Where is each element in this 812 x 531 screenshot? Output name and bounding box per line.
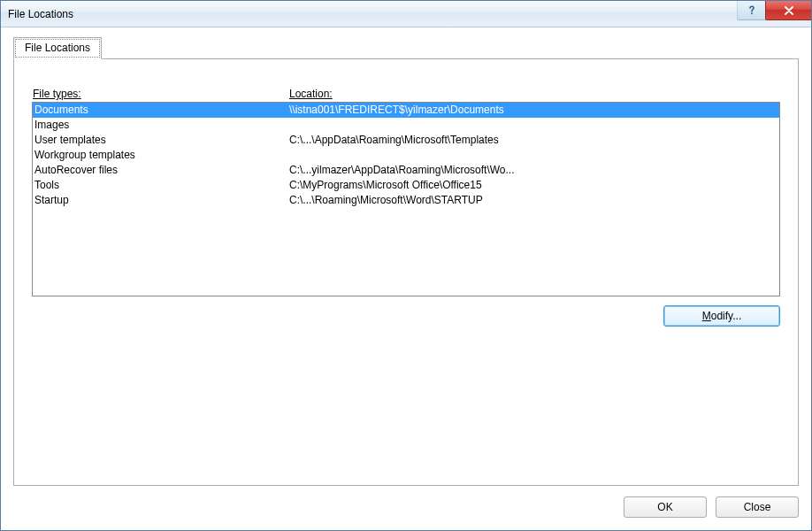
- window-title: File Locations: [8, 8, 73, 20]
- column-headers: File types: Location:: [32, 88, 780, 100]
- list-row[interactable]: Images: [33, 118, 779, 133]
- cell-location: C:\MyPrograms\Microsoft Office\Office15: [289, 178, 779, 193]
- cell-file-type: Startup: [34, 193, 289, 208]
- close-button[interactable]: Close: [716, 496, 799, 518]
- tab-strip: File Locations: [13, 36, 799, 58]
- cell-file-type: Tools: [34, 178, 289, 193]
- tab-panel: File types: Location: Documents\\istna00…: [13, 58, 799, 486]
- dialog-buttons: OK Close: [13, 496, 799, 518]
- dialog-body: File Locations File types: Location: Doc…: [1, 27, 811, 530]
- cell-file-type: Images: [34, 118, 289, 133]
- modify-row: Modify...: [32, 305, 780, 327]
- tab-area: File Locations File types: Location: Doc…: [13, 36, 799, 486]
- help-button[interactable]: [737, 1, 765, 20]
- list-row[interactable]: Workgroup templates: [33, 148, 779, 163]
- titlebar: File Locations: [1, 1, 811, 27]
- list-row[interactable]: AutoRecover filesC:\...yilmazer\AppData\…: [33, 163, 779, 178]
- cell-file-type: Documents: [34, 103, 289, 118]
- list-row[interactable]: Documents\\istna001\FREDIRECT$\yilmazer\…: [33, 103, 779, 118]
- cell-location: [289, 148, 779, 163]
- ok-button[interactable]: OK: [624, 496, 707, 518]
- column-header-file-types: File types:: [33, 88, 289, 100]
- column-header-location: Location:: [289, 88, 780, 100]
- tab-file-locations[interactable]: File Locations: [13, 37, 102, 59]
- modify-button[interactable]: Modify...: [663, 305, 780, 327]
- dialog-window: File Locations File Locations Fi: [0, 0, 812, 531]
- svg-point-0: [751, 12, 753, 14]
- list-row[interactable]: ToolsC:\MyPrograms\Microsoft Office\Offi…: [33, 178, 779, 193]
- list-row[interactable]: StartupC:\...\Roaming\Microsoft\Word\STA…: [33, 193, 779, 208]
- titlebar-buttons: [737, 1, 811, 20]
- cell-location: C:\...\AppData\Roaming\Microsoft\Templat…: [289, 133, 779, 148]
- list-row[interactable]: User templatesC:\...\AppData\Roaming\Mic…: [33, 133, 779, 148]
- close-window-button[interactable]: [765, 1, 811, 20]
- cell-location: C:\...yilmazer\AppData\Roaming\Microsoft…: [289, 163, 779, 178]
- cell-file-type: AutoRecover files: [34, 163, 289, 178]
- help-icon: [747, 5, 757, 16]
- cell-location: \\istna001\FREDIRECT$\yilmazer\Documents: [289, 103, 779, 118]
- cell-file-type: Workgroup templates: [34, 148, 289, 163]
- close-icon: [784, 6, 794, 15]
- file-locations-listbox[interactable]: Documents\\istna001\FREDIRECT$\yilmazer\…: [32, 102, 780, 296]
- cell-location: [289, 118, 779, 133]
- cell-file-type: User templates: [34, 133, 289, 148]
- modify-button-label: Modify...: [702, 310, 741, 322]
- cell-location: C:\...\Roaming\Microsoft\Word\STARTUP: [289, 193, 779, 208]
